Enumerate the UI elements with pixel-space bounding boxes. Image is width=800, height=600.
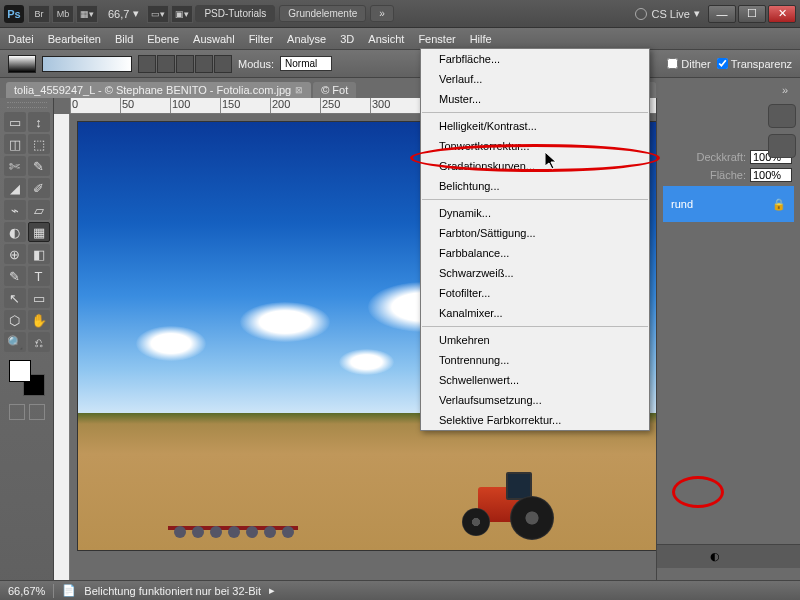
tabs-overflow[interactable]: »	[776, 82, 794, 98]
menu-dynamik[interactable]: Dynamik...	[421, 203, 649, 223]
fx-button[interactable]	[665, 550, 680, 564]
minibridge-button[interactable]: Mb	[52, 5, 74, 23]
tool-preset[interactable]	[8, 55, 36, 73]
menu-schwarzweiss[interactable]: Schwarzweiß...	[421, 263, 649, 283]
zoom-tool[interactable]: 🔍	[4, 332, 26, 352]
menu-bearbeiten[interactable]: Bearbeiten	[48, 33, 101, 45]
minimize-button[interactable]: —	[708, 5, 736, 23]
path-tool[interactable]: ↖	[4, 288, 26, 308]
menu-ebene[interactable]: Ebene	[147, 33, 179, 45]
document-tab-1[interactable]: tolia_4559247_L - © Stephane BENITO - Fo…	[6, 82, 311, 98]
panel-grip[interactable]	[7, 102, 47, 108]
menu-datei[interactable]: Datei	[8, 33, 34, 45]
status-zoom[interactable]: 66,67%	[8, 585, 45, 597]
gradient-radial[interactable]	[157, 55, 175, 73]
shape-tool[interactable]: ▭	[28, 288, 50, 308]
screen-button[interactable]: ▣▾	[171, 5, 193, 23]
folder-button[interactable]	[733, 550, 748, 564]
lasso-tool[interactable]: ◫	[4, 134, 26, 154]
menu-hilfe[interactable]: Hilfe	[470, 33, 492, 45]
mask-button[interactable]	[688, 550, 703, 564]
menu-tontrennung[interactable]: Tontrennung...	[421, 350, 649, 370]
transparenz-checkbox[interactable]: Transparenz	[717, 58, 792, 70]
foreground-background-colors[interactable]	[9, 360, 45, 396]
adjustment-layer-menu: Farbfläche... Verlauf... Muster... Helli…	[420, 48, 650, 431]
maximize-button[interactable]: ☐	[738, 5, 766, 23]
quickmask-mode[interactable]	[29, 404, 45, 420]
menu-farbton-saettigung[interactable]: Farbton/Sättigung...	[421, 223, 649, 243]
dodge-tool[interactable]: ◧	[28, 244, 50, 264]
wand-tool[interactable]: ⬚	[28, 134, 50, 154]
dock-icon-2[interactable]	[768, 134, 796, 158]
workspace-grundelemente[interactable]: Grundelemente	[279, 5, 366, 22]
bridge-button[interactable]: Br	[28, 5, 50, 23]
modus-select[interactable]: Normal	[280, 56, 332, 71]
menu-fotofilter[interactable]: Fotofilter...	[421, 283, 649, 303]
menu-helligkeit-kontrast[interactable]: Helligkeit/Kontrast...	[421, 116, 649, 136]
menu-tonwertkorrektur[interactable]: Tonwertkorrektur...	[421, 136, 649, 156]
heal-tool[interactable]: ◢	[4, 178, 26, 198]
cs-live-label: CS Live	[651, 8, 690, 20]
zoom-display[interactable]: 66,7▾	[108, 7, 139, 20]
menu-bild[interactable]: Bild	[115, 33, 133, 45]
cs-live-icon	[635, 8, 647, 20]
gradient-tool[interactable]: ▦	[28, 222, 50, 242]
eraser-tool[interactable]: ◐	[4, 222, 26, 242]
blur-tool[interactable]: ⊕	[4, 244, 26, 264]
document-tab-2[interactable]: © Fot	[313, 82, 356, 98]
gradient-linear[interactable]	[138, 55, 156, 73]
menu-gradationskurven[interactable]: Gradationskurven...	[421, 156, 649, 176]
layout-button[interactable]: ▦▾	[76, 5, 98, 23]
dock-icon-1[interactable]	[768, 104, 796, 128]
menu-verlaufsumsetzung[interactable]: Verlaufsumsetzung...	[421, 390, 649, 410]
menu-schwellenwert[interactable]: Schwellenwert...	[421, 370, 649, 390]
tab-close-icon[interactable]: ⊠	[295, 85, 303, 95]
menu-farbbalance[interactable]: Farbbalance...	[421, 243, 649, 263]
menu-3d[interactable]: 3D	[340, 33, 354, 45]
menu-belichtung[interactable]: Belichtung...	[421, 176, 649, 196]
trash-button[interactable]	[778, 550, 793, 564]
menu-ansicht[interactable]: Ansicht	[368, 33, 404, 45]
history-brush-tool[interactable]: ▱	[28, 200, 50, 220]
pen-tool[interactable]: ✎	[4, 266, 26, 286]
lock-icon: 🔒	[772, 198, 786, 211]
layer-row[interactable]: rund 🔒	[663, 186, 794, 222]
menu-farbflaeche[interactable]: Farbfläche...	[421, 49, 649, 69]
cs-live[interactable]: CS Live▾	[635, 7, 700, 20]
dither-checkbox[interactable]: Dither	[667, 58, 710, 70]
type-tool[interactable]: T	[28, 266, 50, 286]
view-button[interactable]: ▭▾	[147, 5, 169, 23]
close-button[interactable]: ✕	[768, 5, 796, 23]
menu-selektive-farbkorrektur[interactable]: Selektive Farbkorrektur...	[421, 410, 649, 430]
rotate-tool[interactable]: ⎌	[28, 332, 50, 352]
gradient-angle[interactable]	[176, 55, 194, 73]
3d-tool[interactable]: ⬡	[4, 310, 26, 330]
menu-verlauf[interactable]: Verlauf...	[421, 69, 649, 89]
workspace-more[interactable]: »	[370, 5, 394, 22]
adjustment-button[interactable]: ◐	[710, 550, 725, 564]
crop-tool[interactable]: ✄	[4, 156, 26, 176]
menu-muster[interactable]: Muster...	[421, 89, 649, 109]
brush-tool[interactable]: ✐	[28, 178, 50, 198]
menu-fenster[interactable]: Fenster	[418, 33, 455, 45]
gradient-reflected[interactable]	[195, 55, 213, 73]
gradient-preview[interactable]	[42, 56, 132, 72]
eyedropper-tool[interactable]: ✎	[28, 156, 50, 176]
menu-filter[interactable]: Filter	[249, 33, 273, 45]
hand-tool[interactable]: ✋	[28, 310, 50, 330]
gradient-diamond[interactable]	[214, 55, 232, 73]
menu-kanalmixer[interactable]: Kanalmixer...	[421, 303, 649, 323]
new-layer-button[interactable]	[755, 550, 770, 564]
foreground-color[interactable]	[9, 360, 31, 382]
stamp-tool[interactable]: ⌁	[4, 200, 26, 220]
marquee-tool[interactable]: ↕	[28, 112, 50, 132]
menu-analyse[interactable]: Analyse	[287, 33, 326, 45]
move-tool[interactable]: ▭	[4, 112, 26, 132]
vertical-ruler[interactable]	[54, 114, 70, 594]
menu-auswahl[interactable]: Auswahl	[193, 33, 235, 45]
menu-umkehren[interactable]: Umkehren	[421, 330, 649, 350]
fill-value[interactable]: 100%	[750, 168, 792, 182]
workspace-psd-tutorials[interactable]: PSD-Tutorials	[195, 5, 275, 22]
standard-mode[interactable]	[9, 404, 25, 420]
modus-label: Modus:	[238, 58, 274, 70]
